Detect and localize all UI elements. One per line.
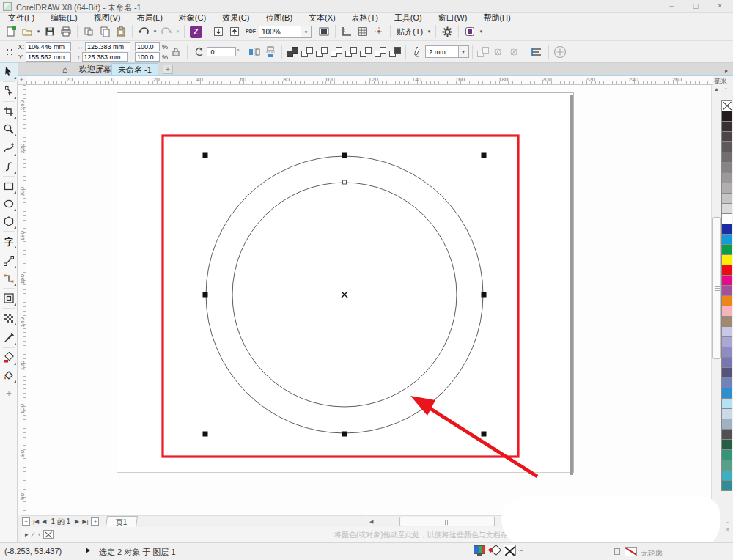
- menu-item-9[interactable]: 工具(O): [386, 13, 430, 23]
- outline-status-swatch[interactable]: [625, 547, 637, 556]
- interactive-fill-tool[interactable]: [0, 349, 18, 366]
- zoom-level-caret[interactable]: ▾: [301, 26, 312, 38]
- color-swatch[interactable]: [721, 326, 732, 337]
- menu-item-3[interactable]: 布局(L): [128, 13, 170, 23]
- undo-button[interactable]: [136, 24, 152, 39]
- color-swatch[interactable]: [721, 439, 732, 450]
- vertical-scroll-thumb[interactable]: [712, 217, 721, 359]
- menu-item-5[interactable]: 效果(C): [214, 13, 257, 23]
- color-swatch[interactable]: [721, 357, 732, 368]
- add-tools-button[interactable]: +: [0, 384, 18, 402]
- tab-document[interactable]: 未命名 -1: [111, 63, 158, 75]
- horizontal-scroll-thumb[interactable]: [399, 517, 495, 526]
- collapse-chevron-icon[interactable]: ˆ: [725, 86, 727, 93]
- color-swatch[interactable]: [721, 172, 732, 183]
- color-swatch[interactable]: [721, 244, 732, 255]
- close-button[interactable]: ✕: [712, 1, 728, 11]
- back-minus-front-button[interactable]: [360, 47, 372, 57]
- rectangle-tool[interactable]: [0, 177, 18, 195]
- polygon-tool[interactable]: [0, 213, 18, 230]
- undo-caret[interactable]: ▾: [152, 29, 158, 34]
- scroll-left-arrow[interactable]: ◀: [369, 516, 373, 528]
- weld-button[interactable]: [287, 47, 298, 57]
- menu-item-6[interactable]: 位图(B): [257, 13, 301, 23]
- status-flyout-icon[interactable]: [86, 548, 90, 553]
- application-launcher-caret[interactable]: ▾: [478, 29, 485, 34]
- options-gear-button[interactable]: [439, 24, 455, 39]
- ruler-origin-button[interactable]: +: [18, 76, 26, 85]
- to-front-of-layer-button[interactable]: [477, 47, 489, 57]
- object-width-input[interactable]: [85, 42, 130, 51]
- curve-node[interactable]: [343, 180, 347, 184]
- freehand-tool[interactable]: [0, 140, 18, 158]
- color-swatch[interactable]: [721, 367, 732, 378]
- tab-welcome-screen[interactable]: 欢迎屏幕: [73, 63, 117, 75]
- color-swatch[interactable]: [721, 193, 732, 204]
- snap-to-button[interactable]: 贴齐(T): [394, 26, 426, 37]
- menu-item-10[interactable]: 窗口(W): [430, 13, 476, 23]
- shape-tool[interactable]: [0, 83, 18, 100]
- color-swatch[interactable]: [721, 388, 732, 399]
- color-swatch[interactable]: [721, 224, 732, 235]
- color-swatch[interactable]: [721, 285, 732, 296]
- drawing-canvas[interactable]: [26, 85, 711, 515]
- color-swatch[interactable]: [721, 234, 732, 245]
- quick-customize-button[interactable]: [552, 45, 568, 59]
- home-icon[interactable]: ⌂: [62, 65, 67, 75]
- open-button[interactable]: [19, 24, 35, 39]
- scroll-up-arrow[interactable]: ▲: [712, 86, 721, 92]
- open-caret[interactable]: ▾: [35, 29, 42, 34]
- combine-button[interactable]: [389, 47, 401, 57]
- eyedropper-small-icon[interactable]: ⁄: [33, 531, 34, 538]
- cut-button[interactable]: [81, 24, 97, 39]
- mirror-horizontal-button[interactable]: [246, 45, 262, 59]
- copy-button[interactable]: [97, 24, 113, 39]
- scale-h-input[interactable]: [135, 42, 160, 51]
- color-swatch[interactable]: [721, 254, 732, 265]
- show-grid-button[interactable]: [355, 24, 371, 39]
- color-swatch[interactable]: [721, 152, 732, 163]
- ellipse-tool[interactable]: [0, 195, 18, 213]
- palette-scroll-down-icon[interactable]: ⌄: [723, 518, 733, 525]
- docker-flyout-icon[interactable]: ▸: [725, 67, 728, 74]
- object-y-input[interactable]: [26, 52, 71, 62]
- paste-button[interactable]: [113, 24, 129, 39]
- scale-v-input[interactable]: [135, 52, 160, 62]
- color-swatch[interactable]: [721, 141, 732, 152]
- color-swatch[interactable]: [721, 183, 732, 194]
- color-swatch[interactable]: [721, 408, 732, 419]
- color-swatch[interactable]: [721, 203, 732, 214]
- text-tool[interactable]: 字: [0, 232, 18, 250]
- last-page-button[interactable]: ▶|: [81, 518, 89, 525]
- mirror-vertical-button[interactable]: [262, 45, 279, 59]
- zoom-tool[interactable]: [0, 120, 18, 138]
- vertical-scrollbar[interactable]: ▲: [711, 85, 721, 515]
- dimension-tool[interactable]: [0, 252, 18, 270]
- create-boundary-button[interactable]: [375, 47, 386, 57]
- eyedropper-tool[interactable]: [0, 329, 18, 347]
- connector-tool[interactable]: [0, 270, 18, 287]
- color-swatch[interactable]: [721, 429, 732, 440]
- outline-width-caret[interactable]: ▾: [459, 45, 469, 58]
- simplify-button[interactable]: [331, 47, 342, 57]
- front-minus-back-button[interactable]: [345, 47, 357, 57]
- color-swatch[interactable]: [721, 275, 732, 286]
- color-swatch[interactable]: [721, 162, 732, 173]
- color-swatch[interactable]: [721, 111, 732, 122]
- color-settings-icon[interactable]: [474, 545, 485, 554]
- menu-item-0[interactable]: 文件(F): [0, 13, 43, 23]
- rotation-angle-input[interactable]: [207, 47, 236, 56]
- crop-tool[interactable]: [0, 103, 18, 120]
- scroll-left-small-icon[interactable]: ‹: [38, 531, 40, 538]
- menu-item-4[interactable]: 对象(C): [171, 13, 214, 23]
- object-height-input[interactable]: [82, 52, 128, 62]
- search-content-button[interactable]: Z: [188, 24, 204, 39]
- contour-tool[interactable]: [0, 290, 18, 307]
- color-swatch[interactable]: [721, 316, 732, 327]
- text-wrap-off-button[interactable]: [507, 45, 523, 59]
- show-rulers-button[interactable]: [339, 24, 355, 39]
- color-swatch[interactable]: [721, 449, 732, 460]
- color-swatch[interactable]: [721, 480, 732, 491]
- next-page-button[interactable]: ▶: [73, 518, 81, 525]
- lock-ratio-button[interactable]: [168, 45, 184, 59]
